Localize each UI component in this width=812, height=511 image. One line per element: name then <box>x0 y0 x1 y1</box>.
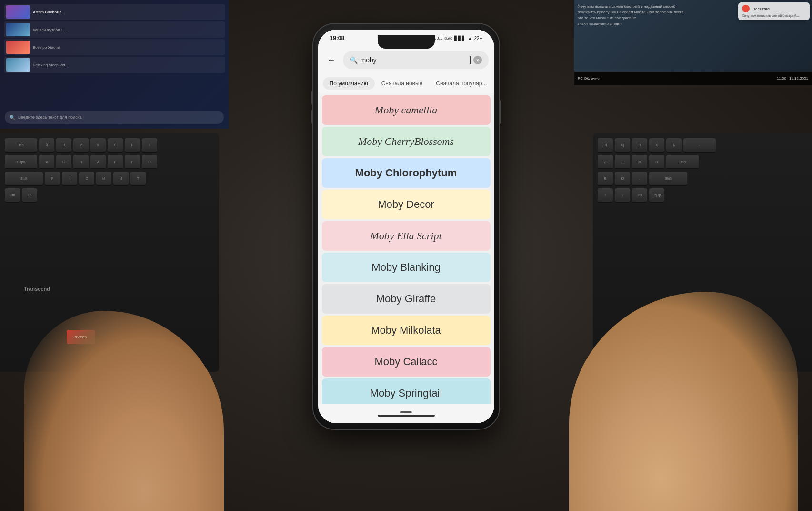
bg-search-placeholder: Введите здесь текст для поиска <box>18 115 82 120</box>
yt-title-3: Всё про Xiaomi <box>33 45 222 50</box>
font-name-1: Moby CherryBlossoms <box>358 135 454 148</box>
filter-tabs: По умолчанию Сначала новые Сначала попул… <box>318 73 494 93</box>
taskbar-item-weather: PC Облачно <box>578 76 600 81</box>
yt-row-1: Artem Bukhorin <box>4 4 225 20</box>
amd-ryzen-sticker: RYZEN <box>67 330 95 344</box>
volume-down-button[interactable] <box>311 110 313 124</box>
phone-screen: 19:08 33,1 КБ/с ▋▋▋ ▲ 22+ ← 🔍 moby <box>318 30 494 423</box>
font-item-moby-decor[interactable]: Moby Decor <box>322 190 491 219</box>
font-name-6: Moby Giraffe <box>376 293 436 305</box>
filter-tab-newest[interactable]: Сначала новые <box>375 77 430 90</box>
key-е: Е <box>108 138 123 153</box>
phone-body: 19:08 33,1 КБ/с ▋▋▋ ▲ 22+ ← 🔍 moby <box>313 24 499 429</box>
search-input-container[interactable]: 🔍 moby ✕ <box>343 51 489 69</box>
left-laptop-screen: Artem Bukhorin Канали Футбол 1,... Всё п… <box>0 0 229 129</box>
caps-key: Caps <box>5 155 37 169</box>
font-list: Moby camellia Moby CherryBlossoms Moby C… <box>318 93 494 404</box>
bottom-nav <box>318 404 494 423</box>
taskbar-date: 11.12.2021 <box>789 76 808 81</box>
search-area: ← 🔍 moby ✕ <box>318 47 494 73</box>
font-name-5: Moby Blanking <box>371 261 440 274</box>
key-н: Н <box>125 138 140 153</box>
volume-up-button[interactable] <box>311 91 313 105</box>
wifi-icon: ▲ <box>468 36 472 41</box>
yt-title-2: Канали Футбол 1,... <box>33 28 222 32</box>
enter-key: Enter <box>666 155 699 169</box>
key-й: Й <box>39 138 54 153</box>
back-button[interactable]: ← <box>324 52 339 68</box>
taskbar-time: 11:00 <box>777 76 786 81</box>
font-item-moby-springtail[interactable]: Moby Springtail <box>322 378 491 404</box>
search-query[interactable]: moby <box>361 56 467 64</box>
tab-key: Tab <box>5 138 37 153</box>
font-item-moby-callacc[interactable]: Moby Callacc <box>322 347 491 377</box>
shift-key-left: Shift <box>5 172 43 186</box>
cursor <box>470 56 471 64</box>
status-time: 19:08 <box>330 35 345 41</box>
font-name-9: Moby Springtail <box>370 387 442 399</box>
font-item-moby-cherryblossoms[interactable]: Moby CherryBlossoms <box>322 127 491 156</box>
power-button[interactable] <box>499 100 501 124</box>
font-item-moby-chlorophytum[interactable]: Moby Chlorophytum <box>322 158 491 188</box>
battery-icon: 22+ <box>474 36 482 41</box>
shift-key-right: Shift <box>649 172 687 186</box>
yt-title-1: Artem Bukhorin <box>33 10 61 14</box>
font-item-moby-ella-script[interactable]: Moby Ella Script <box>322 221 491 251</box>
font-item-moby-camellia[interactable]: Moby camellia <box>322 95 491 125</box>
phone-notch <box>378 35 435 49</box>
data-speed: 33,1 КБ/с <box>434 36 452 41</box>
yt-title-4: Relaxing Sleep Vid... <box>33 63 222 67</box>
yt-row-4: Relaxing Sleep Vid... <box>4 57 225 73</box>
windows-taskbar: PC Облачно 11:00 11.12.2021 <box>574 72 812 85</box>
right-laptop-screen: Хочу вам показать самый быстрый и надёжн… <box>574 0 812 72</box>
font-name-0: Moby camellia <box>375 104 437 116</box>
nav-handle <box>400 411 412 413</box>
font-item-moby-blanking[interactable]: Moby Blanking <box>322 253 491 282</box>
keyboard-right: Ш Щ З Х Ъ ← Л Д Ж Э Enter Б Ю . Shift ↑ … <box>593 133 812 372</box>
font-item-moby-milkolata[interactable]: Moby Milkolata <box>322 316 491 345</box>
font-item-moby-giraffe[interactable]: Moby Giraffe <box>322 284 491 314</box>
filter-tab-popular[interactable]: Сначала популяр... <box>429 77 493 90</box>
key-к: К <box>90 138 106 153</box>
ins-key: Ins <box>632 188 647 203</box>
yt-row-2: Канали Футбол 1,... <box>4 21 225 38</box>
status-icons: 33,1 КБ/с ▋▋▋ ▲ 22+ <box>434 36 482 41</box>
yt-row-3: Всё про Xiaomi <box>4 39 225 55</box>
pgup-key: PgUp <box>649 188 664 203</box>
font-name-3: Moby Decor <box>378 198 434 211</box>
backspace-key: ← <box>683 138 716 153</box>
font-name-7: Moby Milkolata <box>371 324 441 337</box>
home-indicator[interactable] <box>378 415 435 417</box>
key-у: У <box>73 138 89 153</box>
key-ц: Ц <box>56 138 71 153</box>
phone-container: 19:08 33,1 КБ/с ▋▋▋ ▲ 22+ ← 🔍 moby <box>313 24 499 429</box>
transcend-logo: Transcend <box>24 286 50 292</box>
notification-body: Хочу вам показать самый быстрый... <box>742 13 806 18</box>
fn-key: Fn <box>22 188 37 203</box>
search-icon: 🔍 <box>350 56 358 64</box>
ctrl-key-left: Ctrl <box>5 188 20 203</box>
signal-icon: ▋▋▋ <box>454 36 466 41</box>
key-г: Г <box>142 138 157 153</box>
search-clear-button[interactable]: ✕ <box>473 56 482 64</box>
font-name-2: Moby Chlorophytum <box>355 167 457 179</box>
keyboard-left: Tab Й Ц У К Е Н Г Caps Ф Ы В А П Р О Shi… <box>0 133 219 372</box>
notification-app: FreeDroid <box>752 7 770 11</box>
font-name-8: Moby Callacc <box>374 356 437 368</box>
font-name-4: Moby Ella Script <box>370 230 441 242</box>
filter-tab-default[interactable]: По умолчанию <box>323 77 375 90</box>
